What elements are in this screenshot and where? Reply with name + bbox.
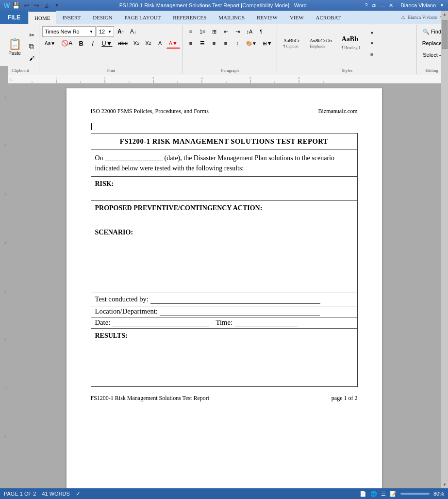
zoom-slider[interactable] <box>400 493 430 495</box>
increase-indent-button[interactable]: ⇥ <box>232 26 243 37</box>
restore-btn[interactable]: ⧉ <box>372 2 376 9</box>
bullets-button[interactable]: ≡ <box>185 26 196 37</box>
underline-button[interactable]: U▼ <box>99 38 115 49</box>
clear-formatting-button[interactable]: 🚫A <box>59 38 75 49</box>
scroll-up-arrow[interactable]: ▲ <box>443 11 447 18</box>
styles-scroll-up[interactable]: ▲ <box>366 27 377 37</box>
view-draft-icon[interactable]: 📝 <box>390 491 397 497</box>
styles-scroll-down[interactable]: ▼ <box>366 38 377 49</box>
date-time-row: Date: Time: <box>91 317 357 329</box>
change-case-button[interactable]: Aa▼ <box>42 38 58 49</box>
tab-acrobat[interactable]: ACROBAT <box>310 11 347 24</box>
italic-button[interactable]: I <box>87 38 98 49</box>
header-left: ISO 22000 FSMS Policies, Procedures, and… <box>91 108 209 115</box>
tab-review[interactable]: REVIEW <box>251 11 284 24</box>
subscript-button[interactable]: X2 <box>131 38 142 49</box>
font-size-selector[interactable]: 12 ▼ <box>97 26 114 37</box>
intro-row: On _________________ (date), the Disaste… <box>91 150 357 177</box>
superscript-button[interactable]: X2 <box>143 38 153 49</box>
font-selector[interactable]: Times New Ro ▼ <box>42 26 96 37</box>
styles-expand[interactable]: ⊞ <box>366 49 377 60</box>
grow-font-button[interactable]: A↑ <box>115 26 127 37</box>
margin-mark-7: 7 <box>4 386 7 391</box>
multilevel-list-button[interactable]: ⊞ <box>209 26 219 37</box>
tab-page-layout[interactable]: PAGE LAYOUT <box>119 11 167 24</box>
style-heading1[interactable]: AaBb¶ Heading 1 <box>338 34 364 52</box>
svg-text:1: 1 <box>55 76 57 80</box>
copy-button[interactable]: ⿻ <box>26 41 37 52</box>
size-dropdown-icon[interactable]: ▼ <box>108 30 112 34</box>
page-info: PAGE 1 OF 2 <box>4 491 36 497</box>
test-conducted-cell: Test conducted by: <box>91 293 357 306</box>
proofing-icon[interactable]: ✓ <box>76 490 81 497</box>
margin-mark-4: 4 <box>4 241 7 245</box>
tab-insert[interactable]: INSERT <box>56 11 87 24</box>
line-spacing-button[interactable]: ↕ <box>232 38 243 49</box>
file-tab[interactable]: FILE <box>0 11 28 24</box>
tab-mailings[interactable]: MAILINGS <box>213 11 251 24</box>
close-btn[interactable]: ✕ <box>389 2 393 9</box>
titlebar: W 💾 ↩ ↪ 🖨 ▼ FS1200-1 Risk Management Sol… <box>0 0 448 11</box>
redo-icon[interactable]: ↪ <box>32 1 41 10</box>
cut-button[interactable]: ✂ <box>26 30 37 40</box>
find-button[interactable]: 🔍 Find <box>420 26 444 37</box>
scroll-down-arrow[interactable]: ▼ <box>443 481 447 488</box>
tab-design[interactable]: DESIGN <box>87 11 118 24</box>
shrink-font-button[interactable]: A↓ <box>128 26 139 37</box>
align-left-button[interactable]: ≡ <box>185 38 196 49</box>
proposed-cell: PROPOSED PREVENTIVE/CONTINGENCY ACTION: <box>91 201 357 225</box>
warning-icon: ⚠ <box>401 15 405 20</box>
numbering-button[interactable]: 1≡ <box>197 26 208 37</box>
format-painter-button[interactable]: 🖌 <box>26 53 37 64</box>
customize-icon[interactable]: ▼ <box>52 1 61 10</box>
font-size: 12 <box>99 29 108 34</box>
shading-button[interactable]: 🎨▼ <box>244 38 259 49</box>
styles-group: AaBbCc¶ Caption AaBbCcDaEmphasis AaBb¶ H… <box>278 25 417 74</box>
style-emphasis[interactable]: AaBbCcDaEmphasis <box>306 36 335 50</box>
scenario-label: SCENARIO: <box>95 229 133 236</box>
word-icon: W <box>4 2 10 9</box>
save-icon[interactable]: 💾 <box>12 1 20 10</box>
user-dropdown-icon[interactable]: ▼ <box>440 3 444 8</box>
borders-button[interactable]: ⊞▼ <box>260 38 275 49</box>
tab-view[interactable]: VIEW <box>284 11 310 24</box>
minimize-btn[interactable]: — <box>380 2 385 8</box>
results-cell: RESULTS: <box>91 329 357 387</box>
date-label: Date: <box>95 318 111 326</box>
statusbar-left: PAGE 1 OF 2 41 WORDS ✓ <box>4 490 81 497</box>
risk-row: RISK: <box>91 177 357 201</box>
ruler: L 1 2 3 4 5 6 <box>0 75 448 83</box>
view-web-icon[interactable]: 🌐 <box>370 491 377 497</box>
decrease-indent-button[interactable]: ⇤ <box>220 26 231 37</box>
text-highlight-button[interactable]: A <box>155 38 166 49</box>
font-dropdown-icon[interactable]: ▼ <box>89 30 93 34</box>
margin-mark-2: 2 <box>4 144 7 148</box>
header-right: Bizmanualz.com <box>318 108 358 115</box>
proposed-label: PROPOSED PREVENTIVE/CONTINGENCY ACTION: <box>95 204 263 212</box>
view-outline-icon[interactable]: ☰ <box>381 491 386 497</box>
tab-home[interactable]: HOME <box>28 11 56 24</box>
select-button[interactable]: Select - <box>420 50 444 60</box>
strikethrough-button[interactable]: abc <box>116 38 130 49</box>
paste-button[interactable]: 📋 Paste <box>4 36 25 57</box>
proposed-row: PROPOSED PREVENTIVE/CONTINGENCY ACTION: <box>91 201 357 225</box>
replace-button[interactable]: Replace <box>420 38 444 49</box>
sort-button[interactable]: ↕A <box>244 26 255 37</box>
undo-icon[interactable]: ↩ <box>22 1 31 10</box>
bold-button[interactable]: B <box>76 38 86 49</box>
view-print-icon[interactable]: 📄 <box>360 491 366 497</box>
show-hide-button[interactable]: ¶ <box>256 26 266 37</box>
scroll-thumb[interactable] <box>442 20 448 49</box>
quick-access-toolbar: 💾 ↩ ↪ 🖨 ▼ <box>12 1 61 10</box>
margin-mark-3: 3 <box>4 192 7 197</box>
align-right-button[interactable]: ≡ <box>209 38 219 49</box>
style-caption[interactable]: AaBbCc¶ Caption <box>280 36 303 50</box>
align-center-button[interactable]: ☰ <box>197 38 208 49</box>
right-scrollbar: ▲ ▼ <box>441 11 448 488</box>
tab-references[interactable]: REFERENCES <box>167 11 213 24</box>
user-name: Bianca Viviano <box>401 2 436 8</box>
justify-button[interactable]: ≡ <box>220 38 231 49</box>
print-preview-icon[interactable]: 🖨 <box>42 1 51 10</box>
font-color-button[interactable]: A▼ <box>166 38 180 49</box>
help-btn[interactable]: ? <box>365 2 367 8</box>
